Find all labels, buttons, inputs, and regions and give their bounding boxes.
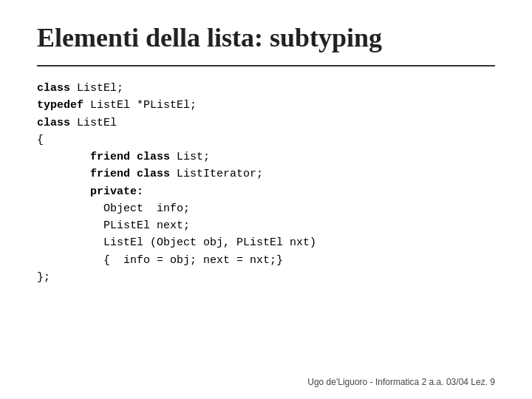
code-line-8: Object info; [37, 200, 495, 217]
code-line-3: class ListEl [37, 115, 495, 132]
slide: Elementi della lista: subtyping class Li… [0, 0, 532, 399]
code-line-4: { [37, 132, 495, 149]
divider [37, 65, 495, 66]
code-line-2: typedef ListEl *PListEl; [37, 97, 495, 114]
code-line-6: friend class ListIterator; [37, 166, 495, 183]
code-line-9: PListEl next; [37, 217, 495, 234]
code-block: class ListEl; typedef ListEl *PListEl; c… [37, 80, 495, 286]
keyword-typedef: typedef [37, 99, 83, 112]
code-line-11: { info = obj; next = nxt;} [37, 252, 495, 269]
footer-text: Ugo de'Liguoro - Informatica 2 a.a. 03/0… [307, 377, 495, 387]
keyword-class-1: class [37, 82, 70, 95]
code-line-7: private: [37, 183, 495, 200]
keyword-class-2: class [37, 117, 70, 129]
slide-title: Elementi della lista: subtyping [37, 22, 495, 53]
keyword-friend-2: friend class [90, 168, 170, 180]
code-line-12: }; [37, 269, 495, 286]
code-line-10: ListEl (Object obj, PListEl nxt) [37, 234, 495, 251]
code-line-1: class ListEl; [37, 80, 495, 97]
keyword-private: private: [90, 185, 143, 198]
keyword-friend-1: friend class [90, 151, 170, 163]
code-line-5: friend class List; [37, 149, 495, 166]
